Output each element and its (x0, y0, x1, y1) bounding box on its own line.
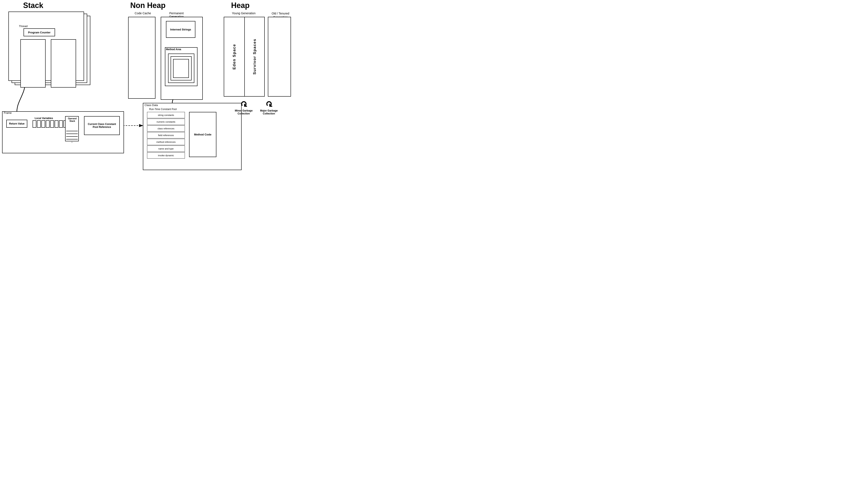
method-area-box4 (173, 59, 189, 78)
method-code-box: Method Code (189, 112, 216, 157)
cp-item: name and type (147, 146, 185, 152)
native-stack-inner-box (51, 39, 76, 88)
cp-item: method references (147, 139, 185, 145)
frame-label: Frame (4, 111, 12, 114)
local-var-cell (50, 120, 54, 128)
cp-item: class references (147, 125, 185, 132)
cp-item: numeric constants (147, 119, 185, 125)
heap-title: Heap (231, 1, 250, 10)
major-gc-arrow: ↻ Major Garbage Collection (259, 100, 279, 115)
minor-gc-label: Minor Garbage Collection (234, 109, 253, 115)
thread-label: Thread (19, 24, 28, 28)
interned-strings-box: Interned Strings (166, 21, 195, 38)
thread-box: Thread Program Counter (8, 12, 84, 81)
local-var-cell (41, 120, 45, 128)
stack-title: Stack (23, 1, 43, 10)
code-cache-box (128, 17, 156, 99)
major-gc-symbol: ↻ (265, 100, 272, 108)
local-var-cell (33, 120, 36, 128)
cp-item: string constants (147, 112, 185, 118)
method-area-label: Method Area (166, 48, 181, 51)
return-value-box: Return Value (6, 120, 27, 128)
local-vars-label: Local Variables (35, 117, 53, 120)
code-cache-label: Code Cache (130, 12, 156, 15)
survivor-space-label: Survivor Spaces (245, 17, 265, 96)
operand-stack-label: Operand Stack (66, 118, 78, 122)
minor-gc-symbol: ↻ (240, 100, 247, 108)
local-var-cell (59, 120, 63, 128)
old-gen-box (268, 17, 291, 96)
cp-items: string constantsnumeric constantsclass r… (147, 112, 185, 159)
minor-gc-arrow: ↻ Minor Garbage Collection (234, 100, 253, 115)
local-var-cell (37, 120, 41, 128)
cp-item: field references (147, 132, 185, 138)
major-gc-label: Major Garbage Collection (259, 109, 279, 115)
diagram-container: Stack Thread Program Counter Stack Nativ… (0, 0, 294, 179)
cp-item: invoke dynamic (147, 152, 185, 159)
program-counter-box: Program Counter (23, 28, 55, 36)
ccpr-box: Current Class Constant Pool Reference (84, 116, 120, 135)
young-gen-label: Young Generation (227, 12, 261, 15)
class-data-label: Class Data (144, 104, 158, 107)
stack-inner-box (20, 39, 46, 88)
eden-space-label: Eden Space (224, 17, 245, 96)
operand-lines: ↓ (66, 129, 78, 143)
local-var-cell (55, 120, 58, 128)
local-var-cell (46, 120, 50, 128)
runtime-cp-label: Run-Time Constant Pool (149, 108, 177, 111)
non-heap-title: Non Heap (130, 1, 165, 10)
